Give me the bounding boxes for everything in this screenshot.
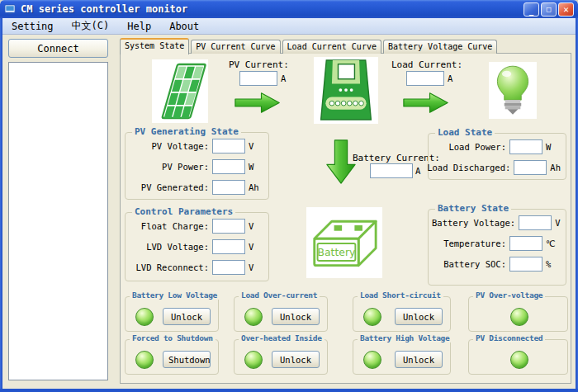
pv-voltage-label: PV Voltage:	[129, 141, 212, 151]
battery-soc-unit: %	[542, 259, 561, 269]
pv-power-unit: W	[245, 162, 263, 172]
alarm-load-short-circuit-title: Load Short-circuit	[358, 290, 443, 300]
battery-soc-label: Battery SOC:	[432, 259, 509, 269]
alarm-battery-high-voltage-title: Battery High Voltage	[358, 333, 452, 342]
load-power-input[interactable]	[509, 139, 542, 154]
lvd-voltage-input[interactable]	[212, 239, 245, 254]
tab-battery-voltage-curve[interactable]: Battery Voltage Curve	[383, 40, 497, 54]
connect-button[interactable]: Connect	[8, 39, 108, 58]
menu-language[interactable]: 中文(C)	[63, 17, 119, 35]
controller-icon	[314, 57, 378, 124]
pv-generated-label: PV Generated:	[129, 182, 212, 192]
close-icon[interactable]: ✕	[558, 2, 574, 17]
battery-low-voltage-unlock-button[interactable]: Unlock	[163, 308, 211, 325]
app-icon	[4, 3, 17, 16]
window-border-bottom	[0, 389, 578, 392]
alarm-pv-over-voltage: PV Over-voltage	[468, 296, 568, 332]
control-parameters-title: Control Parameters	[132, 206, 235, 217]
float-charge-unit: V	[245, 221, 263, 231]
load-power-unit: W	[542, 142, 561, 152]
over-heated-inside-led-icon	[244, 351, 263, 369]
minimize-icon[interactable]: _	[524, 2, 539, 17]
load-state-group: Load State Load Power: W Load Discharged…	[428, 133, 566, 180]
alarm-load-over-current-title: Load Over-current	[239, 290, 320, 300]
lvd-voltage-unit: V	[245, 242, 263, 252]
load-over-current-led-icon	[244, 308, 263, 326]
tab-pv-current-curve[interactable]: PV Current Curve	[191, 40, 280, 54]
alarm-load-short-circuit: Load Short-circuit Unlock	[353, 296, 451, 332]
alarm-over-heated-inside-title: Over-heated Inside	[239, 333, 325, 342]
battery-low-voltage-led-icon	[135, 308, 154, 326]
pv-generated-unit: Ah	[245, 182, 263, 192]
pv-current-input[interactable]	[239, 71, 277, 86]
pv-disconnected-led-icon	[510, 351, 528, 369]
battery-high-voltage-led-icon	[363, 351, 381, 369]
load-state-title: Load State	[435, 127, 495, 138]
alarm-over-heated-inside: Over-heated Inside Unlock	[234, 339, 328, 375]
app-window: CM series controller monitor _ □ ✕ Setti…	[0, 0, 578, 392]
window-border-left	[0, 18, 2, 392]
float-charge-input[interactable]	[212, 219, 245, 234]
alarm-pv-disconnected: PV Disconnected	[468, 339, 568, 375]
battery-soc-input[interactable]	[509, 257, 542, 272]
light-bulb-icon	[489, 62, 537, 119]
pv-over-voltage-led-icon	[510, 308, 528, 326]
control-parameters-group: Control Parameters Float Charge: V LVD V…	[125, 212, 269, 281]
over-heated-inside-unlock-button[interactable]: Unlock	[272, 351, 320, 368]
menu-help[interactable]: Help	[118, 19, 160, 34]
lvd-reconnect-input[interactable]	[212, 260, 245, 275]
load-over-current-unlock-button[interactable]: Unlock	[272, 308, 320, 325]
pv-generating-state-group: PV Generating State PV Voltage: V PV Pow…	[125, 132, 269, 200]
load-current-input[interactable]	[406, 71, 444, 86]
battery-state-title: Battery State	[435, 203, 511, 214]
battery-high-voltage-unlock-button[interactable]: Unlock	[395, 351, 443, 368]
alarm-load-over-current: Load Over-current Unlock	[234, 296, 328, 332]
lvd-reconnect-label: LVD Reconnect:	[129, 262, 212, 272]
alarm-forced-to-shutdown-title: Forced to Shutdown	[130, 333, 216, 342]
battery-icon: Battery	[306, 207, 382, 278]
pv-voltage-unit: V	[245, 141, 263, 151]
load-discharged-input[interactable]	[514, 160, 547, 175]
alarm-battery-low-voltage: Battery Low Voltage Unlock	[125, 296, 219, 332]
battery-voltage-label: Battery Voltage:	[432, 218, 519, 228]
solar-panel-icon	[152, 59, 208, 123]
temperature-input[interactable]	[509, 236, 542, 251]
alarm-battery-high-voltage: Battery High Voltage Unlock	[353, 339, 451, 375]
lvd-voltage-label: LVD Voltage:	[129, 242, 212, 252]
load-discharged-label: Load Discharged:	[427, 163, 514, 172]
pv-current-unit: A	[281, 73, 286, 83]
alarm-forced-to-shutdown: Forced to Shutdown Shutdown	[125, 339, 219, 375]
pv-power-label: PV Power:	[129, 162, 212, 172]
device-list[interactable]	[8, 62, 108, 380]
load-power-label: Load Power:	[432, 142, 509, 152]
tab-system-state[interactable]: System State	[120, 38, 189, 54]
load-short-circuit-unlock-button[interactable]: Unlock	[395, 308, 443, 325]
battery-current-input[interactable]	[370, 163, 413, 178]
temperature-label: Temperature:	[432, 239, 509, 248]
forced-to-shutdown-led-icon	[135, 351, 154, 369]
alarm-pv-over-voltage-title: PV Over-voltage	[473, 290, 545, 300]
maximize-icon[interactable]: □	[541, 2, 557, 17]
lvd-reconnect-unit: V	[245, 262, 263, 272]
tab-load-current-curve[interactable]: Load Current Curve	[282, 40, 381, 54]
pv-generating-state-title: PV Generating State	[132, 126, 241, 137]
title-bar: CM series controller monitor _ □ ✕	[0, 0, 578, 18]
menu-setting[interactable]: Setting	[2, 19, 63, 34]
pv-current-label: PV Current:	[229, 59, 289, 70]
float-charge-label: Float Charge:	[129, 221, 212, 231]
battery-voltage-input[interactable]	[519, 215, 552, 230]
battery-state-group: Battery State Battery Voltage: V Tempera…	[428, 209, 566, 286]
alarm-pv-disconnected-title: PV Disconnected	[473, 333, 545, 342]
menu-about[interactable]: About	[160, 19, 208, 34]
load-current-label: Load Current:	[391, 59, 462, 70]
pv-power-input[interactable]	[212, 159, 245, 174]
pv-to-controller-arrow-icon	[235, 91, 281, 115]
window-title: CM series controller monitor	[21, 3, 187, 15]
forced-to-shutdown-shutdown-button[interactable]: Shutdown	[163, 351, 211, 368]
load-discharged-unit: Ah	[547, 163, 561, 172]
load-current-unit: A	[448, 73, 452, 83]
pv-generated-input[interactable]	[212, 180, 245, 195]
alarm-battery-low-voltage-title: Battery Low Voltage	[130, 290, 220, 300]
battery-current-unit: A	[415, 166, 420, 176]
pv-voltage-input[interactable]	[212, 139, 245, 153]
